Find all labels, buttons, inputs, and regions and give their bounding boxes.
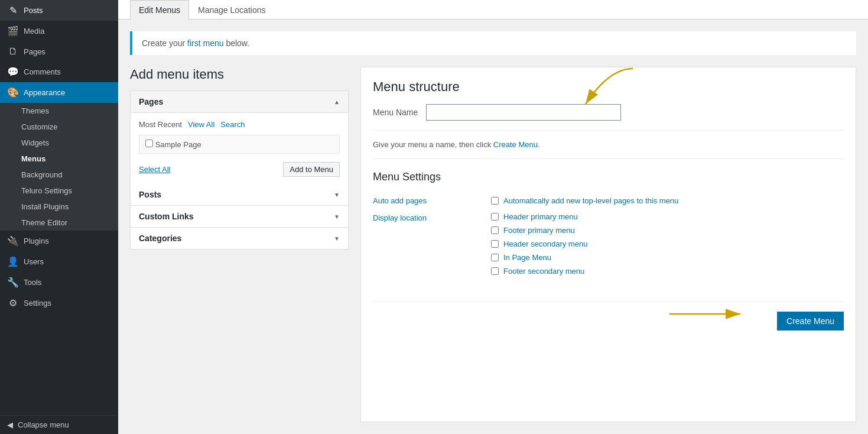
sidebar-sub-item-theme-editor[interactable]: Theme Editor xyxy=(0,215,118,231)
footer-primary-checkbox[interactable] xyxy=(491,226,499,234)
collapse-menu-button[interactable]: ◀ Collapse menu xyxy=(0,415,118,434)
sidebar-item-pages[interactable]: 🗋 Pages xyxy=(0,41,118,61)
tab-most-recent: Most Recent xyxy=(139,120,182,129)
settings-icon: ⚙ xyxy=(7,297,19,309)
left-panel: Add menu items Pages ▲ Most Recent View … xyxy=(130,67,349,422)
menu-name-label: Menu Name xyxy=(373,108,418,117)
comments-icon: 💬 xyxy=(7,66,19,77)
auto-add-row: Auto add pages Automatically add new top… xyxy=(373,193,844,209)
sidebar-item-appearance[interactable]: 🎨 Appearance xyxy=(0,82,118,103)
sidebar-item-media-label: Media xyxy=(24,27,44,35)
auto-add-checkbox[interactable] xyxy=(491,197,499,205)
pages-accordion-label: Pages xyxy=(139,97,163,106)
custom-links-chevron-icon: ▼ xyxy=(334,213,340,220)
posts-accordion-header[interactable]: Posts ▼ xyxy=(131,184,348,205)
custom-links-accordion-label: Custom Links xyxy=(139,212,194,221)
sidebar-sub-item-themes[interactable]: Themes xyxy=(0,103,118,119)
categories-accordion: Categories ▼ xyxy=(131,228,348,249)
footer-secondary-label: Footer secondary menu xyxy=(503,267,584,276)
select-all-link[interactable]: Select All xyxy=(139,165,170,174)
display-location-label: Display location xyxy=(373,209,491,284)
sidebar: ✎ Posts 🎬 Media 🗋 Pages 💬 Comments 🎨 App… xyxy=(0,0,118,434)
add-menu-items-title: Add menu items xyxy=(130,67,349,82)
menu-name-area: Menu Name xyxy=(373,104,844,131)
location-header-primary: Header primary menu xyxy=(491,212,844,221)
create-menu-footer: Create Menu xyxy=(373,302,844,331)
location-footer-primary: Footer primary menu xyxy=(491,226,844,235)
sidebar-item-media[interactable]: 🎬 Media xyxy=(0,21,118,41)
content-area: Add menu items Pages ▲ Most Recent View … xyxy=(118,55,868,434)
sidebar-sub-item-install-plugins[interactable]: Install Plugins xyxy=(0,199,118,215)
media-icon: 🎬 xyxy=(7,25,19,37)
categories-accordion-label: Categories xyxy=(139,234,181,243)
menu-name-row: Menu Name xyxy=(373,104,844,131)
tab-edit-menus[interactable]: Edit Menus xyxy=(130,0,189,20)
tab-search[interactable]: Search xyxy=(220,120,245,129)
sidebar-item-tools[interactable]: 🔧 Tools xyxy=(0,272,118,293)
menu-settings-title: Menu Settings xyxy=(373,171,844,183)
sidebar-sub-item-widgets[interactable]: Widgets xyxy=(0,135,118,151)
pages-accordion-footer: Select All Add to Menu xyxy=(139,157,340,177)
notice-link[interactable]: first menu xyxy=(187,38,223,48)
display-location-row: Display location Header primary menu Foo… xyxy=(373,209,844,284)
notice-text-after: below. xyxy=(224,38,250,48)
menu-structure-title: Menu structure xyxy=(373,79,844,95)
sidebar-sub-item-teluro-settings[interactable]: Teluro Settings xyxy=(0,183,118,199)
sidebar-sub-item-background[interactable]: Background xyxy=(0,167,118,183)
footer-primary-label: Footer primary menu xyxy=(503,226,575,235)
header-secondary-checkbox[interactable] xyxy=(491,240,499,248)
pages-accordion-header[interactable]: Pages ▲ xyxy=(131,91,348,113)
arrow-to-create-button xyxy=(669,305,752,323)
categories-accordion-header[interactable]: Categories ▼ xyxy=(131,228,348,249)
tab-manage-locations[interactable]: Manage Locations xyxy=(189,0,274,20)
custom-links-accordion-header[interactable]: Custom Links ▼ xyxy=(131,206,348,227)
pages-accordion-body: Most Recent View All Search Sample Page … xyxy=(131,113,348,184)
posts-accordion: Posts ▼ xyxy=(131,184,348,206)
pages-accordion: Pages ▲ Most Recent View All Search Samp… xyxy=(130,90,349,250)
categories-chevron-icon: ▼ xyxy=(334,235,340,242)
collapse-icon: ◀ xyxy=(7,420,13,429)
tools-icon: 🔧 xyxy=(7,277,19,288)
posts-accordion-label: Posts xyxy=(139,190,161,199)
sidebar-item-settings[interactable]: ⚙ Settings xyxy=(0,293,118,313)
settings-table: Auto add pages Automatically add new top… xyxy=(373,193,844,284)
appearance-icon: 🎨 xyxy=(7,87,19,98)
create-menu-link[interactable]: Create Menu xyxy=(493,140,538,149)
sidebar-item-comments-label: Comments xyxy=(24,67,61,76)
header-primary-label: Header primary menu xyxy=(503,212,578,221)
create-menu-button[interactable]: Create Menu xyxy=(777,312,844,331)
users-icon: 👤 xyxy=(7,256,19,267)
sidebar-item-posts-label: Posts xyxy=(24,6,43,15)
add-to-menu-button[interactable]: Add to Menu xyxy=(283,162,340,177)
sidebar-item-pages-label: Pages xyxy=(24,47,45,56)
sidebar-sub-item-menus[interactable]: Menus xyxy=(0,151,118,167)
posts-chevron-icon: ▼ xyxy=(334,192,340,198)
display-location-cell: Header primary menu Footer primary menu … xyxy=(491,209,844,284)
hint-text: Give your menu a name, then click Create… xyxy=(373,140,844,159)
auto-add-checkbox-row: Automatically add new top-level pages to… xyxy=(491,196,844,205)
tab-view-all[interactable]: View All xyxy=(188,120,214,129)
notice-bar: Create your first menu below. xyxy=(130,31,856,55)
auto-add-checkbox-label: Automatically add new top-level pages to… xyxy=(503,196,678,205)
pages-tabs: Most Recent View All Search xyxy=(139,120,340,129)
in-page-checkbox[interactable] xyxy=(491,254,499,261)
location-in-page: In Page Menu xyxy=(491,253,844,262)
location-footer-secondary: Footer secondary menu xyxy=(491,267,844,276)
pages-chevron-icon: ▲ xyxy=(334,99,340,105)
sidebar-sub-item-customize[interactable]: Customize xyxy=(0,119,118,135)
sidebar-item-users[interactable]: 👤 Users xyxy=(0,251,118,272)
custom-links-accordion: Custom Links ▼ xyxy=(131,206,348,228)
pages-icon: 🗋 xyxy=(7,46,19,57)
menu-name-input[interactable] xyxy=(426,104,621,121)
auto-add-cell: Automatically add new top-level pages to… xyxy=(491,193,844,209)
sample-page-checkbox[interactable] xyxy=(145,140,153,147)
footer-secondary-checkbox[interactable] xyxy=(491,267,499,275)
pages-list-item[interactable]: Sample Page xyxy=(139,135,340,154)
sidebar-item-comments[interactable]: 💬 Comments xyxy=(0,61,118,82)
main-content: Edit Menus Manage Locations Create your … xyxy=(118,0,868,434)
sidebar-item-plugins[interactable]: 🔌 Plugins xyxy=(0,231,118,251)
plugins-icon: 🔌 xyxy=(7,235,19,247)
posts-icon: ✎ xyxy=(7,5,19,16)
header-primary-checkbox[interactable] xyxy=(491,213,499,221)
sidebar-item-posts[interactable]: ✎ Posts xyxy=(0,0,118,21)
